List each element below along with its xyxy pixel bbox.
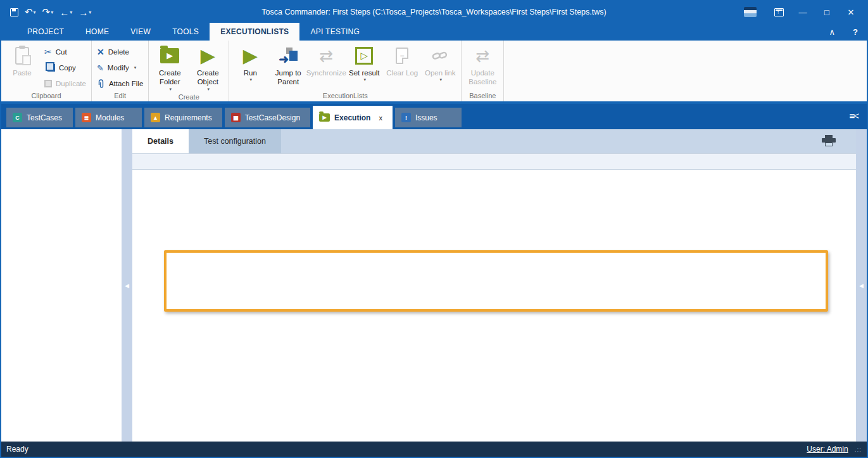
close-button[interactable]: ✕ xyxy=(840,4,862,20)
ribbon: Paste✂CutCopyDuplicateClipboard✕Delete✎M… xyxy=(1,41,867,104)
testcasedesign-icon: ▦ xyxy=(231,113,241,122)
tab-list-menu-button[interactable]: ≡< xyxy=(849,110,858,121)
execution-icon: ▶ xyxy=(319,113,330,122)
chevron-down-icon: ▾ xyxy=(208,87,210,92)
pin-panel-button[interactable] xyxy=(768,4,789,20)
scissors-icon: ✂ xyxy=(44,47,52,57)
sync-icon: ⇄ xyxy=(319,48,333,64)
update-baseline-button: ⇄Update Baseline xyxy=(464,42,501,87)
title-bar: ↶▾ ↷▾ ←▾ →▾ Tosca Commander: First Steps… xyxy=(1,1,867,23)
collapse-left-icon: ◀ xyxy=(125,283,129,289)
navigate-back-button[interactable]: ←▾ xyxy=(57,7,75,18)
chevron-down-icon: ▾ xyxy=(440,77,443,83)
window-controls: — □ ✕ xyxy=(744,4,867,20)
maximize-button[interactable]: □ xyxy=(816,4,838,20)
right-splitter[interactable]: ◀ xyxy=(856,129,867,442)
quick-access-toolbar: ↶▾ ↷▾ ←▾ →▾ xyxy=(1,6,94,18)
ribbon-group-baseline: ⇄Update BaselineBaseline xyxy=(462,41,504,101)
tab-testcases[interactable]: CTestCases xyxy=(6,108,73,127)
left-splitter[interactable]: ◀ xyxy=(122,129,132,442)
modules-icon: ≣ xyxy=(82,113,91,122)
paste-button: Paste xyxy=(4,42,41,77)
set-result-icon: ▷ xyxy=(355,47,373,65)
button-label: Clear Log xyxy=(386,68,418,77)
collapse-right-icon: ◀ xyxy=(859,283,864,289)
copy-button[interactable]: Copy xyxy=(42,61,89,75)
tab-testcasedesign[interactable]: ▦TestCaseDesign xyxy=(225,108,310,127)
ribbon-tab-executionlists[interactable]: EXECUTIONLISTS xyxy=(210,23,299,41)
button-label: Duplicate xyxy=(56,80,86,87)
tab-details[interactable]: Details xyxy=(132,129,189,153)
save-button[interactable] xyxy=(8,8,21,16)
status-text: Ready xyxy=(6,445,28,454)
tab-label: Execution xyxy=(334,113,370,122)
ribbon-group-label: ExecutionLists xyxy=(232,91,458,101)
clear-log-icon: − xyxy=(396,48,408,64)
tab-execution[interactable]: ▶Executionx xyxy=(313,106,393,129)
attach-file-button[interactable]: Attach File xyxy=(94,77,146,91)
button-label: Jump to Parent xyxy=(270,68,306,87)
ribbon-group-label: Clipboard xyxy=(4,91,89,101)
table-header xyxy=(132,153,856,170)
chevron-down-icon: ▾ xyxy=(250,77,253,83)
navigate-forward-button[interactable]: →▾ xyxy=(76,7,94,18)
document-tab-strip: CTestCases≣Modules▲Requirements▦TestCase… xyxy=(1,104,867,129)
jump-to-parent-icon: ➜ xyxy=(279,47,298,65)
synchronize-button: ⇄Synchronize xyxy=(308,42,344,77)
ribbon-tab-api-testing[interactable]: API TESTING xyxy=(299,23,370,41)
button-label: Delete xyxy=(108,48,129,56)
execution-log-table xyxy=(132,153,856,442)
ribbon-tab-project[interactable]: PROJECT xyxy=(16,23,75,41)
cut-button[interactable]: ✂Cut xyxy=(42,45,89,59)
button-label: Create Object xyxy=(189,68,226,87)
clipboard-icon xyxy=(15,47,29,65)
delete-button[interactable]: ✕Delete xyxy=(94,45,146,59)
copy-icon xyxy=(47,64,55,72)
print-button[interactable] xyxy=(822,135,836,146)
ribbon-group-label: Edit xyxy=(94,91,146,101)
duplicate-button: Duplicate xyxy=(42,77,89,91)
sync-icon: ⇄ xyxy=(475,48,489,64)
collapse-ribbon-button[interactable]: ∧ xyxy=(829,27,836,37)
button-label: Cut xyxy=(56,48,67,56)
run-button[interactable]: ▶Run▾ xyxy=(232,42,268,83)
execution-tree xyxy=(1,129,122,442)
ribbon-tab-tools[interactable]: TOOLS xyxy=(161,23,210,41)
status-user-link[interactable]: User: Admin xyxy=(807,445,848,454)
redo-button[interactable]: ↷▾ xyxy=(40,6,56,18)
resize-grip[interactable]: .:: xyxy=(855,446,862,453)
help-button[interactable]: ? xyxy=(853,27,858,37)
tab-label: Issues xyxy=(415,113,437,122)
tab-requirements[interactable]: ▲Requirements xyxy=(144,108,222,127)
create-folder-button[interactable]: ▶Create Folder▾ xyxy=(151,42,188,92)
tab-modules[interactable]: ≣Modules xyxy=(75,108,142,127)
sync-icon: ⇄ xyxy=(319,48,333,64)
button-label: Attach File xyxy=(109,80,143,87)
tab-issues[interactable]: !Issues xyxy=(395,108,462,127)
ribbon-group-edit: ✕Delete✎Modify▾Attach FileEdit xyxy=(92,41,149,101)
close-tab-icon[interactable]: x xyxy=(379,114,382,122)
play-icon: ▶ xyxy=(243,46,258,65)
paperclip-icon xyxy=(97,79,105,89)
create-object-button[interactable]: ▶Create Object▾ xyxy=(189,42,226,92)
button-label: Copy xyxy=(59,64,76,72)
copy-icon xyxy=(44,64,55,72)
tab-test-configuration[interactable]: Test configuration xyxy=(189,129,281,153)
play-green-icon: ▶ xyxy=(201,46,215,65)
button-label: Modify xyxy=(108,64,129,72)
button-label: Create Folder xyxy=(151,68,188,87)
floppy-icon xyxy=(10,8,18,16)
undo-button[interactable]: ↶▾ xyxy=(22,6,39,18)
modify-button[interactable]: ✎Modify▾ xyxy=(94,61,146,75)
sync-icon: ⇄ xyxy=(475,48,489,64)
set-result-button[interactable]: ▷Set result▾ xyxy=(346,42,382,83)
ribbon-tab-view[interactable]: VIEW xyxy=(120,23,161,41)
minimize-button[interactable]: — xyxy=(792,4,814,20)
jump-to-parent-button[interactable]: ➜Jump to Parent xyxy=(270,42,306,87)
ribbon-group-executionlists: ▶Run▾➜Jump to Parent⇄Synchronize▷Set res… xyxy=(229,41,462,101)
ribbon-tab-home[interactable]: HOME xyxy=(75,23,120,41)
button-label: Set result xyxy=(349,68,380,77)
button-label: Open link xyxy=(425,68,456,77)
ribbon-group-clipboard: Paste✂CutCopyDuplicateClipboard xyxy=(1,41,92,101)
link-icon xyxy=(432,50,448,61)
